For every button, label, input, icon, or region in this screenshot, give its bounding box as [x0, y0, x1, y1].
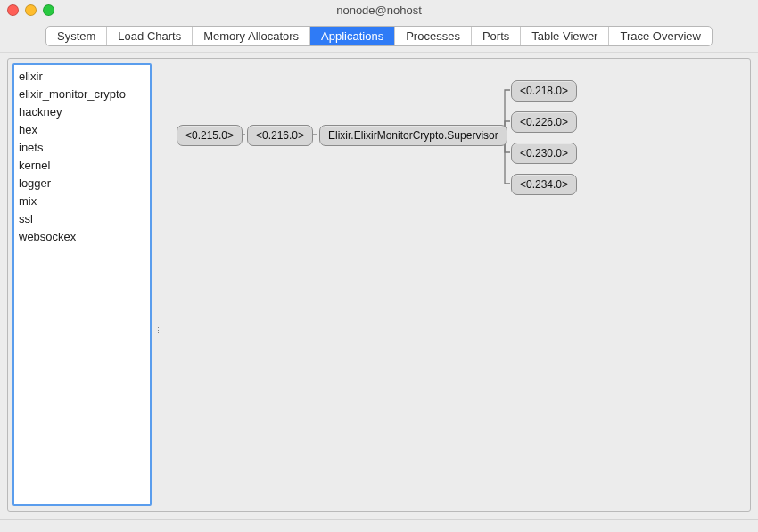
process-node[interactable]: <0.218.0> [511, 80, 577, 102]
application-list[interactable]: elixirelixir_monitor_cryptohackneyhexine… [12, 63, 152, 506]
process-node[interactable]: <0.215.0> [177, 125, 243, 146]
app-item-elixir_monitor_crypto[interactable]: elixir_monitor_crypto [17, 86, 147, 102]
app-item-logger[interactable]: logger [17, 176, 147, 191]
tab-group: SystemLoad ChartsMemory AllocatorsApplic… [45, 26, 713, 46]
app-item-kernel[interactable]: kernel [17, 158, 147, 173]
tab-trace-overview[interactable]: Trace Overview [609, 27, 712, 45]
tab-memory-allocators[interactable]: Memory Allocators [193, 27, 310, 45]
tab-table-viewer[interactable]: Table Viewer [521, 27, 609, 45]
window-title: nonode@nohost [0, 4, 758, 17]
app-item-elixir[interactable]: elixir [17, 69, 147, 84]
process-node[interactable]: <0.216.0> [247, 125, 313, 146]
app-item-inets[interactable]: inets [17, 140, 147, 155]
applications-panel: elixirelixir_monitor_cryptohackneyhexine… [7, 58, 751, 512]
observer-window: nonode@nohost SystemLoad ChartsMemory Al… [0, 0, 758, 532]
process-node[interactable]: <0.230.0> [511, 143, 577, 164]
app-item-ssl[interactable]: ssl [17, 211, 147, 226]
supervisor-node[interactable]: Elixir.ElixirMonitorCrypto.Supervisor [319, 125, 507, 146]
content-area: elixirelixir_monitor_cryptohackneyhexine… [0, 53, 758, 519]
process-node[interactable]: <0.226.0> [511, 111, 577, 133]
app-item-hex[interactable]: hex [17, 122, 147, 137]
tab-processes[interactable]: Processes [395, 27, 472, 45]
app-item-websockex[interactable]: websockex [17, 229, 147, 244]
app-item-mix[interactable]: mix [17, 193, 147, 209]
tab-applications[interactable]: Applications [310, 27, 395, 45]
process-tree: <0.215.0> <0.216.0> Elixir.ElixirMonitor… [159, 63, 746, 506]
titlebar: nonode@nohost [0, 0, 758, 20]
tab-system[interactable]: System [46, 27, 107, 45]
tab-ports[interactable]: Ports [472, 27, 521, 45]
tab-load-charts[interactable]: Load Charts [107, 27, 193, 45]
tabbar: SystemLoad ChartsMemory AllocatorsApplic… [0, 20, 758, 53]
process-node[interactable]: <0.234.0> [511, 174, 577, 195]
app-item-hackney[interactable]: hackney [17, 104, 147, 119]
status-bar [0, 519, 758, 532]
